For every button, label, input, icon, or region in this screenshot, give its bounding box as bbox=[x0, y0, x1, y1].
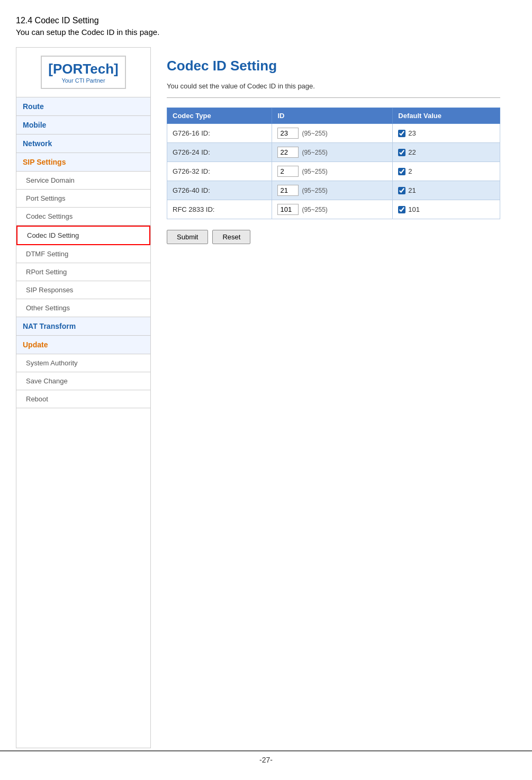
table-row: G726-32 ID:(95~255)2 bbox=[167, 162, 500, 181]
logo-box: [ PORTech ] Your CTI Partner bbox=[41, 56, 125, 89]
main-content: Codec ID Setting You could set the value… bbox=[151, 47, 516, 748]
table-row: RFC 2833 ID:(95~255)101 bbox=[167, 200, 500, 219]
id-input[interactable] bbox=[277, 166, 299, 177]
codec-table: Codec Type ID Default Value G726-16 ID:(… bbox=[167, 107, 500, 219]
col-header-id: ID bbox=[272, 108, 393, 124]
reset-button[interactable]: Reset bbox=[212, 230, 250, 244]
logo-brand: [ PORTech ] Your CTI Partner bbox=[41, 56, 125, 89]
range-label: (95~255) bbox=[302, 130, 327, 137]
default-value-cell: 101 bbox=[393, 200, 500, 219]
range-label: (95~255) bbox=[302, 187, 327, 194]
sidebar-item-sip-settings[interactable]: SIP Settings bbox=[16, 153, 150, 172]
default-value-label: 101 bbox=[408, 205, 420, 213]
logo-text: PORTech bbox=[53, 61, 114, 77]
sidebar-item-system-authority[interactable]: System Authority bbox=[16, 354, 150, 372]
codec-type-cell: RFC 2833 ID: bbox=[167, 200, 272, 219]
sidebar-item-mobile[interactable]: Mobile bbox=[16, 116, 150, 135]
table-row: G726-16 ID:(95~255)23 bbox=[167, 124, 500, 143]
page-title-line2: You can setup the Codec ID in this page. bbox=[16, 28, 516, 37]
sidebar-item-nat-transform[interactable]: NAT Transform bbox=[16, 317, 150, 336]
sidebar-nav: Route Mobile Network SIP Settings Servic… bbox=[16, 97, 150, 408]
range-label: (95~255) bbox=[302, 149, 327, 156]
col-header-default-value: Default Value bbox=[393, 108, 500, 124]
page-footer: -27- bbox=[0, 750, 532, 764]
logo-top-line: [ PORTech ] bbox=[48, 61, 118, 77]
id-cell: (95~255) bbox=[272, 124, 393, 143]
sidebar-item-codec-id-setting[interactable]: Codec ID Setting bbox=[16, 226, 150, 245]
sidebar-item-codec-settings[interactable]: Codec Settings bbox=[16, 208, 150, 226]
sidebar-item-update[interactable]: Update bbox=[16, 336, 150, 354]
sidebar-logo: [ PORTech ] Your CTI Partner bbox=[16, 48, 150, 97]
id-input[interactable] bbox=[277, 185, 299, 196]
id-input[interactable] bbox=[277, 147, 299, 158]
codec-type-cell: G726-40 ID: bbox=[167, 181, 272, 200]
page-title-line1: 12.4 Codec ID Setting bbox=[16, 16, 516, 25]
id-cell: (95~255) bbox=[272, 162, 393, 181]
table-row: G726-40 ID:(95~255)21 bbox=[167, 181, 500, 200]
id-cell: (95~255) bbox=[272, 181, 393, 200]
range-label: (95~255) bbox=[302, 168, 327, 175]
button-row: Submit Reset bbox=[167, 230, 500, 244]
id-input[interactable] bbox=[277, 204, 299, 215]
sidebar-item-save-change[interactable]: Save Change bbox=[16, 372, 150, 390]
id-cell: (95~255) bbox=[272, 143, 393, 162]
main-description: You could set the value of Codec ID in t… bbox=[167, 82, 500, 98]
sidebar: [ PORTech ] Your CTI Partner Route Mobil… bbox=[16, 47, 151, 748]
sidebar-item-port-settings[interactable]: Port Settings bbox=[16, 190, 150, 208]
logo-subtitle: Your CTI Partner bbox=[48, 77, 118, 84]
sidebar-item-reboot[interactable]: Reboot bbox=[16, 390, 150, 408]
default-value-label: 2 bbox=[408, 167, 412, 175]
default-checkbox[interactable] bbox=[398, 168, 405, 175]
default-checkbox[interactable] bbox=[398, 187, 405, 194]
main-title: Codec ID Setting bbox=[167, 58, 500, 74]
page-number: -27- bbox=[259, 756, 273, 764]
default-value-cell: 2 bbox=[393, 162, 500, 181]
default-value-cell: 22 bbox=[393, 143, 500, 162]
col-header-codec-type: Codec Type bbox=[167, 108, 272, 124]
codec-type-cell: G726-24 ID: bbox=[167, 143, 272, 162]
sidebar-item-other-settings[interactable]: Other Settings bbox=[16, 299, 150, 317]
content-area: [ PORTech ] Your CTI Partner Route Mobil… bbox=[16, 47, 516, 748]
table-row: G726-24 ID:(95~255)22 bbox=[167, 143, 500, 162]
sidebar-item-route[interactable]: Route bbox=[16, 97, 150, 116]
range-label: (95~255) bbox=[302, 206, 327, 213]
codec-type-cell: G726-16 ID: bbox=[167, 124, 272, 143]
default-value-cell: 23 bbox=[393, 124, 500, 143]
default-value-label: 21 bbox=[408, 186, 416, 194]
id-cell: (95~255) bbox=[272, 200, 393, 219]
default-value-cell: 21 bbox=[393, 181, 500, 200]
sidebar-item-dtmf-setting[interactable]: DTMF Setting bbox=[16, 245, 150, 263]
id-input[interactable] bbox=[277, 128, 299, 139]
sidebar-item-service-domain[interactable]: Service Domain bbox=[16, 172, 150, 190]
submit-button[interactable]: Submit bbox=[167, 230, 208, 244]
default-checkbox[interactable] bbox=[398, 130, 405, 137]
logo-bracket-right: ] bbox=[114, 61, 119, 77]
codec-type-cell: G726-32 ID: bbox=[167, 162, 272, 181]
default-checkbox[interactable] bbox=[398, 206, 405, 213]
sidebar-item-sip-responses[interactable]: SIP Responses bbox=[16, 281, 150, 299]
default-checkbox[interactable] bbox=[398, 149, 405, 156]
logo-bracket-left: [ bbox=[48, 61, 53, 77]
sidebar-item-network[interactable]: Network bbox=[16, 135, 150, 153]
default-value-label: 23 bbox=[408, 129, 416, 137]
sidebar-item-rport-setting[interactable]: RPort Setting bbox=[16, 263, 150, 281]
default-value-label: 22 bbox=[408, 148, 416, 156]
page-title-area: 12.4 Codec ID Setting You can setup the … bbox=[16, 16, 516, 37]
